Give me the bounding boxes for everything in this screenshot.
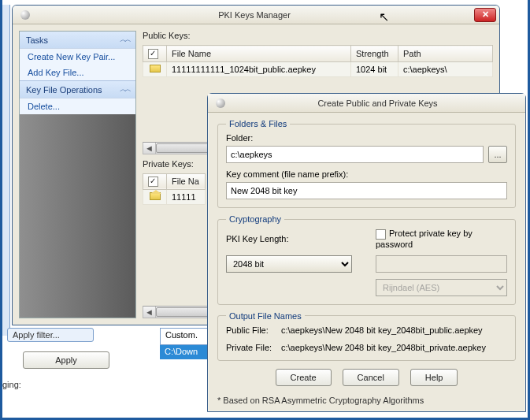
protect-password-label: Protect private key by password [376,229,473,249]
close-button[interactable]: ✕ [474,8,496,22]
public-keys-table: File Name Strength Path 11111111111_1024… [143,45,493,77]
envelope-open-icon [150,192,161,200]
cell-file: 11111 [167,190,206,205]
cell-strength: 1024 bit [351,61,398,76]
cancel-button[interactable]: Cancel [343,369,399,386]
col-check[interactable] [143,46,167,62]
folder-input[interactable] [226,146,484,163]
cell-path: c:\aepkeys\ [398,61,493,76]
scroll-left-icon[interactable]: ◄ [143,307,156,318]
public-file-value: c:\aepkeys\New 2048 bit key_2048bit_publ… [281,325,507,335]
create-keys-dialog: Create Public and Private Keys Folders &… [207,93,526,412]
key-comment-label: Key comment (file name prefix): [226,169,507,179]
public-keys-label: Public Keys: [143,31,493,40]
chevron-up-icon: ︿︿ [120,35,129,45]
public-file-label: Public File: [226,325,281,335]
col-strength[interactable]: Strength [351,46,398,62]
cell-file: 11111111111_1024bit_public.aepkey [167,61,351,76]
sidebar: Tasks ︿︿ Create New Key Pair... Add Key … [13,24,143,325]
dialog-titlebar[interactable]: Create Public and Private Keys [208,94,525,113]
sidebar-item-add-key-file[interactable]: Add Key File... [20,65,135,80]
col-path[interactable]: Path [398,46,493,62]
col-file[interactable]: File Name [167,46,351,62]
password-input [376,255,507,273]
sidebar-item-create-key-pair[interactable]: Create New Key Pair... [20,49,135,65]
tasks-header[interactable]: Tasks ︿︿ [20,32,135,48]
table-row[interactable]: 11111 [143,190,206,205]
folders-files-group: Folders & Files Folder: ... Key comment … [217,119,516,208]
scroll-left-icon[interactable]: ◄ [143,143,156,154]
key-length-label: PKI Key Length: [226,234,352,243]
dialog-title: Create Public and Private Keys [230,98,525,108]
output-file-names-group: Output File Names Public File: c:\aepkey… [217,311,516,361]
output-legend: Output File Names [226,311,305,321]
private-file-label: Private File: [226,343,281,352]
pki-title: PKI Keys Manager [35,10,474,20]
ops-header-label: Key File Operations [26,85,102,95]
protect-password-checkbox[interactable]: Protect private key by password [376,229,473,249]
pki-titlebar[interactable]: PKI Keys Manager ✕ [13,6,499,24]
private-file-value: c:\aepkeys\New 2048 bit key_2048bit_priv… [281,343,507,352]
window-icon [20,10,30,20]
col-file[interactable]: File Na [167,173,206,190]
partial-label-ging: ging: [2,380,21,389]
cryptography-legend: Cryptography [226,214,284,224]
background-lower-controls: Apply filter... Custom. C:\Down Apply gi… [2,328,223,414]
help-button[interactable]: Help [410,369,458,386]
chevron-up-icon: ︿︿ [120,84,129,95]
tasks-header-label: Tasks [26,35,48,45]
apply-filter-field[interactable]: Apply filter... [7,328,94,342]
footnote: * Based on RSA Asymmetric Cryptography A… [217,396,516,405]
envelope-icon [150,65,161,72]
col-check[interactable] [143,173,167,190]
algorithm-select: Rijndael (AES) [376,279,507,296]
apply-button[interactable]: Apply [23,351,109,369]
table-row[interactable]: 11111111111_1024bit_public.aepkey 1024 b… [143,61,493,76]
create-button[interactable]: Create [276,369,332,386]
private-keys-table: File Na 11111 [143,173,206,206]
key-file-operations-header[interactable]: Key File Operations ︿︿ [20,80,135,98]
folder-label: Folder: [226,133,507,143]
cryptography-group: Cryptography PKI Key Length: Protect pri… [217,214,516,305]
browse-folder-button[interactable]: ... [488,146,507,163]
window-icon [216,98,225,108]
key-comment-input[interactable] [226,182,507,199]
key-length-select[interactable]: 2048 bit [226,255,352,273]
sidebar-item-delete[interactable]: Delete... [20,98,135,114]
background-window-edge [2,5,10,336]
folders-files-legend: Folders & Files [226,119,290,128]
